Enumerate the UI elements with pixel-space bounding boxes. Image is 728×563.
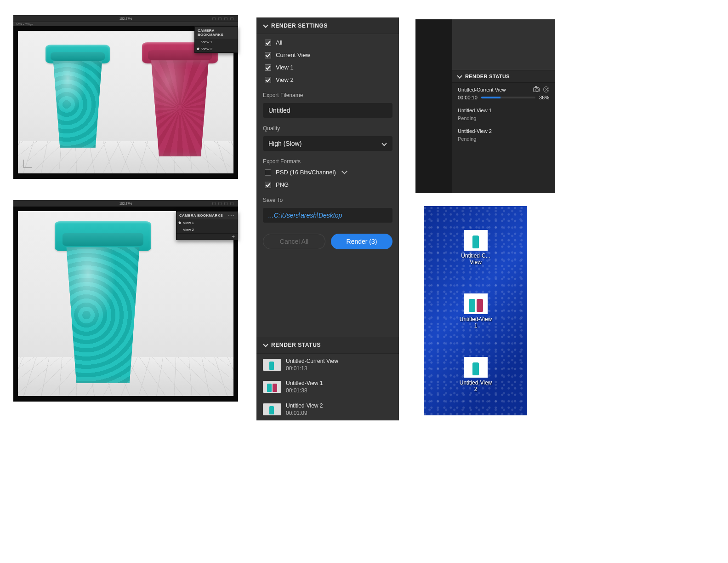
origin-axes-icon (23, 158, 34, 168)
status-name: Untitled-View 1 (286, 379, 323, 387)
quality-value: High (Slow) (268, 140, 301, 147)
progress-item-view2[interactable]: Untitled-View 2 Pending (452, 125, 555, 145)
render-settings-panel: RENDER SETTINGS All Current View View 1 … (256, 17, 399, 420)
chevron-down-icon[interactable] (342, 169, 347, 176)
progress-elapsed: 00:00:10 (458, 95, 478, 100)
bookmark-item-view1[interactable]: View 1 (176, 219, 238, 226)
cup-lid (55, 221, 151, 251)
tool-redo-icon[interactable] (218, 17, 222, 20)
progress-item-state: Pending (458, 115, 549, 121)
viewport-toolbar: 102.37% (13, 200, 238, 207)
progress-item-state: Pending (458, 136, 549, 142)
export-filename-label: Export Filename (263, 92, 392, 98)
model-cup-teal[interactable] (55, 221, 151, 387)
tool-settings-icon[interactable] (230, 202, 233, 205)
panel-dead-space (415, 19, 452, 193)
model-cup-teal[interactable] (46, 45, 110, 150)
format-png[interactable]: PNG (263, 180, 392, 190)
quality-dropdown[interactable]: High (Slow) (263, 136, 392, 151)
checkbox-icon[interactable] (265, 52, 271, 58)
render-status-header[interactable]: RENDER STATUS (256, 337, 399, 354)
tool-undo-icon[interactable] (212, 17, 216, 20)
tool-redo-icon[interactable] (218, 202, 222, 205)
cancel-all-button[interactable]: Cancel All (263, 234, 325, 249)
export-filename-input[interactable]: Untitled (263, 103, 392, 118)
render-status-progress-title: RENDER STATUS (465, 74, 510, 79)
desktop-file-current-view[interactable]: Untitled-C... View (455, 230, 496, 266)
progress-bar-fill (481, 97, 501, 98)
progress-item-view1[interactable]: Untitled-View 1 Pending (452, 104, 555, 125)
save-to-path[interactable]: ...C:\Users\aresh\Desktop (263, 208, 392, 223)
check-current-view[interactable]: Current View (263, 50, 392, 60)
bookmark-item-view2[interactable]: View 2 (195, 46, 238, 52)
file-thumbnail (464, 230, 488, 251)
desktop-file-view2[interactable]: Untitled-View 2 (455, 357, 496, 393)
viewport-canvas-wrap: CAMERA BOOKMARKS View 1 View 2 (13, 26, 238, 179)
camera-bookmarks-header: CAMERA BOOKMARKS ••• (176, 212, 238, 219)
chevron-down-icon (263, 23, 267, 28)
render-button[interactable]: Render (3) (331, 234, 392, 249)
tool-undo-icon[interactable] (212, 202, 216, 205)
bookmark-item-view2[interactable]: View 2 (176, 226, 238, 233)
file-label: Untitled-View 1 (460, 316, 492, 329)
cup-lid (46, 45, 110, 63)
panel-preview-area (452, 19, 555, 70)
canvas-dimensions: 1024 x 768 px (16, 23, 34, 26)
render-settings-header[interactable]: RENDER SETTINGS (256, 17, 399, 34)
model-cup-magenta[interactable] (142, 42, 218, 160)
check-view2[interactable]: View 2 (263, 75, 392, 85)
render-status-progress-panel: RENDER STATUS Untitled-Current View 00:0… (415, 19, 555, 193)
cup-body (62, 247, 145, 383)
status-time: 00:01:38 (286, 387, 323, 394)
status-item-current-view[interactable]: Untitled-Current View 00:01:13 (256, 354, 399, 376)
render-status-progress-header[interactable]: RENDER STATUS (452, 70, 555, 83)
status-item-view1[interactable]: Untitled-View 1 00:01:38 (256, 376, 399, 398)
format-psd[interactable]: PSD (16 Bits/Channel) (263, 167, 392, 177)
cancel-render-icon[interactable] (543, 86, 549, 92)
cup-body (148, 60, 213, 156)
check-all[interactable]: All (263, 38, 392, 47)
tool-settings-icon[interactable] (230, 17, 233, 20)
save-to-label: Save To (263, 197, 392, 203)
camera-bookmarks-header: CAMERA BOOKMARKS (195, 27, 238, 39)
zoom-level: 102.37% (119, 202, 132, 205)
status-time: 00:01:13 (286, 365, 338, 372)
status-thumbnail (263, 359, 281, 371)
tool-home-icon[interactable] (224, 17, 228, 20)
file-thumbnail (464, 293, 488, 314)
file-label: Untitled-View 2 (460, 379, 492, 393)
check-view2-label: View 2 (276, 76, 294, 83)
chevron-down-icon (263, 343, 267, 347)
file-thumbnail (464, 357, 488, 378)
camera-bookmarks-title: CAMERA BOOKMARKS (179, 213, 223, 218)
status-item-view2[interactable]: Untitled-View 2 00:01:09 (256, 398, 399, 420)
bookmark-add-button[interactable]: + (176, 233, 238, 240)
status-thumbnail (263, 403, 281, 415)
chevron-down-icon (381, 141, 387, 146)
format-png-label: PNG (276, 181, 289, 188)
tool-home-icon[interactable] (224, 202, 228, 205)
checkbox-icon[interactable] (265, 182, 271, 188)
checkbox-icon[interactable] (265, 169, 271, 176)
checkbox-icon[interactable] (265, 64, 271, 71)
progress-percent: 36% (539, 95, 549, 100)
desktop-file-view1[interactable]: Untitled-View 1 (455, 293, 496, 329)
progress-item-active[interactable]: Untitled-Current View 00:00:10 36% (452, 83, 555, 104)
desktop-output-files: Untitled-C... View Untitled-View 1 Untit… (424, 206, 527, 415)
camera-bookmarks-panel[interactable]: CAMERA BOOKMARKS View 1 View 2 (194, 26, 238, 53)
export-formats-label: Export Formats (263, 158, 392, 165)
render-status-section: RENDER STATUS Untitled-Current View 00:0… (256, 337, 399, 420)
chevron-down-icon (457, 74, 461, 79)
camera-icon[interactable] (533, 87, 540, 92)
status-name: Untitled-View 2 (286, 402, 323, 409)
checkbox-icon[interactable] (265, 40, 271, 46)
checkbox-icon[interactable] (265, 77, 271, 83)
render-status-title: RENDER STATUS (271, 342, 321, 348)
cup-body (50, 61, 105, 148)
check-view1[interactable]: View 1 (263, 63, 392, 72)
panel-menu-icon[interactable]: ••• (228, 213, 235, 218)
bookmark-item-view1[interactable]: View 1 (195, 39, 238, 46)
status-name: Untitled-Current View (286, 357, 338, 365)
camera-bookmarks-panel[interactable]: CAMERA BOOKMARKS ••• View 1 View 2 + (176, 211, 238, 240)
check-current-label: Current View (276, 52, 310, 58)
